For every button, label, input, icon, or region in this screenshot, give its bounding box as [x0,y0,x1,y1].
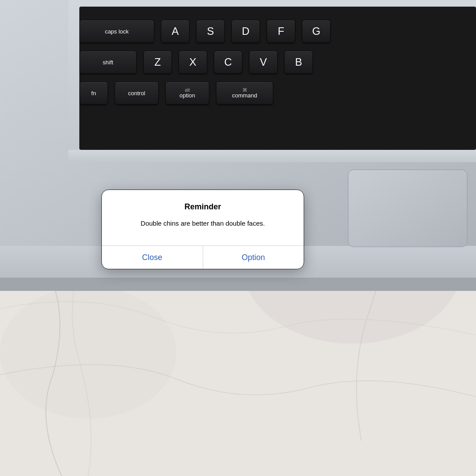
key-fn[interactable]: fn [79,82,108,104]
keyboard-layout: caps lock A S D F G shift Z [79,7,476,150]
key-d[interactable]: D [231,20,260,43]
svg-rect-11 [348,170,467,247]
key-capslock[interactable]: caps lock [79,20,154,43]
key-f[interactable]: F [267,20,295,43]
key-a[interactable]: A [161,20,190,43]
key-shift[interactable]: shift [79,51,137,74]
key-s[interactable]: S [196,20,225,43]
close-button[interactable]: Close [102,246,203,269]
alert-buttons: Close Option [102,246,304,269]
key-alt-option[interactable]: alt option [165,82,209,104]
option-button[interactable]: Option [203,246,304,269]
key-b[interactable]: B [284,51,313,74]
key-control[interactable]: control [115,82,159,104]
alert-body: Reminder Double chins are better than do… [102,190,304,237]
alert-dialog: Reminder Double chins are better than do… [101,190,304,269]
key-g[interactable]: G [302,20,331,43]
key-x[interactable]: X [178,51,207,74]
key-z[interactable]: Z [143,51,172,74]
scene: caps lock A S D F G shift Z [0,0,476,476]
alert-message: Double chins are better than double face… [116,219,290,228]
svg-rect-13 [68,150,476,162]
key-c[interactable]: C [214,51,242,74]
key-command[interactable]: ⌘ command [216,82,273,104]
alert-title: Reminder [116,202,290,212]
key-v[interactable]: V [249,51,278,74]
svg-rect-10 [0,278,476,291]
